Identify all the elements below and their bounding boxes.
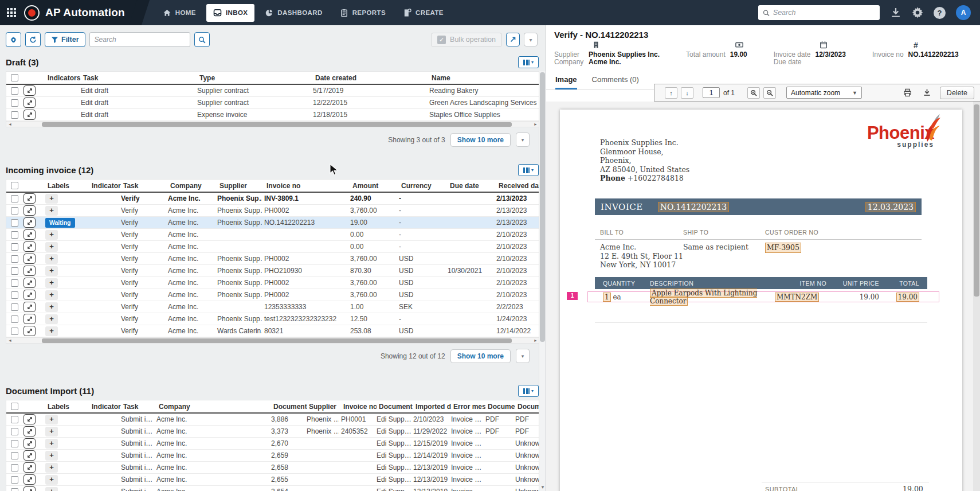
scrollbar-thumb[interactable]	[540, 72, 545, 342]
add-label-button[interactable]: +	[45, 290, 58, 300]
nav-dashboard[interactable]: DASHBOARD	[258, 4, 329, 22]
app-logo[interactable]	[24, 5, 40, 21]
zoom-in-button[interactable]	[747, 87, 760, 99]
table-row[interactable]: +Submit i…Acme Inc.3,886Phoenix …PH0001E…	[6, 414, 539, 426]
table-row[interactable]: WaitingVerifyAcme Inc.Phoenix Supp…NO.14…	[6, 217, 539, 229]
scroll-down-arrow[interactable]: ▼	[539, 485, 546, 490]
show-more-button[interactable]: Show 10 more	[450, 349, 511, 363]
select-all-checkbox[interactable]	[11, 403, 18, 410]
row-checkbox[interactable]	[11, 476, 18, 484]
table-row[interactable]: +Submit i…Acme Inc.2,658Edi Supp…12/13/2…	[6, 462, 539, 474]
scrollbar-thumb[interactable]	[42, 122, 512, 127]
table-row[interactable]: Edit draftSupplier contract12/22/2015Gre…	[6, 97, 539, 109]
delete-button[interactable]: Delete	[940, 87, 974, 99]
select-all-checkbox[interactable]	[11, 74, 18, 81]
add-label-button[interactable]: +	[45, 254, 58, 264]
column-settings-button[interactable]: ▾	[518, 164, 539, 176]
add-label-button[interactable]: +	[45, 439, 58, 449]
add-label-button[interactable]: +	[45, 278, 58, 288]
next-page-button[interactable]: ↓	[681, 87, 693, 99]
add-label-button[interactable]: +	[45, 475, 58, 485]
table-row[interactable]: +Submit i…Acme Inc.2,659Edi Supp…12/14/2…	[6, 450, 539, 462]
row-checkbox[interactable]	[11, 255, 18, 263]
row-checkbox[interactable]	[11, 195, 18, 202]
nav-create[interactable]: CREATE	[396, 4, 450, 22]
row-expand-button[interactable]	[23, 290, 36, 300]
row-checkbox[interactable]	[11, 243, 18, 251]
table-row[interactable]: +VerifyAcme Inc.123533333331.00SEK2/2/20…	[6, 301, 539, 313]
add-label-button[interactable]: +	[45, 415, 58, 424]
add-label-button[interactable]: +	[45, 266, 58, 276]
add-label-button[interactable]: +	[45, 230, 58, 240]
row-checkbox[interactable]	[11, 219, 18, 227]
add-label-button[interactable]: +	[45, 314, 58, 324]
download-icon[interactable]	[890, 7, 901, 18]
add-label-button[interactable]: +	[45, 206, 58, 216]
row-expand-button[interactable]	[23, 438, 36, 449]
add-label-button[interactable]: +	[45, 451, 58, 461]
row-expand-button[interactable]	[23, 205, 36, 216]
scroll-left-arrow[interactable]: ◄	[8, 338, 12, 344]
filter-button[interactable]: Filter	[45, 32, 85, 47]
row-expand-button[interactable]	[23, 426, 36, 437]
nav-inbox[interactable]: INBOX	[206, 4, 254, 22]
table-row[interactable]: +VerifyAcme Inc.Phoenix Supp…test1232323…	[6, 313, 539, 325]
horizontal-scrollbar[interactable]: ◄►	[6, 337, 539, 343]
row-expand-button[interactable]	[23, 229, 36, 240]
show-more-caret-button[interactable]: ▾	[516, 133, 530, 147]
settings-button[interactable]	[6, 32, 21, 47]
add-label-button[interactable]: +	[45, 302, 58, 312]
row-checkbox[interactable]	[11, 416, 18, 423]
nav-reports[interactable]: REPORTS	[333, 4, 393, 22]
row-expand-button[interactable]	[23, 266, 36, 276]
column-settings-button[interactable]: ▾	[518, 56, 539, 68]
help-icon[interactable]: ?	[934, 7, 946, 19]
add-label-button[interactable]: +	[45, 463, 58, 473]
pdf-scrollbar[interactable]	[973, 102, 980, 491]
row-checkbox[interactable]	[11, 111, 18, 119]
table-row[interactable]: +VerifyAcme Inc.Phoenix Supp…PH00023,760…	[6, 277, 539, 289]
global-search-input[interactable]	[773, 9, 875, 17]
row-checkbox[interactable]	[11, 87, 18, 95]
row-expand-button[interactable]	[23, 217, 36, 228]
row-expand-button[interactable]	[23, 450, 36, 461]
select-all-checkbox[interactable]	[11, 182, 18, 189]
horizontal-scrollbar[interactable]: ◄►	[6, 121, 539, 127]
row-expand-button[interactable]	[23, 110, 36, 120]
list-search-input[interactable]	[89, 32, 190, 47]
nav-home[interactable]: HOME	[156, 4, 203, 22]
zoom-level-select[interactable]: Automatic zoom▼	[786, 87, 862, 99]
row-expand-button[interactable]	[23, 254, 36, 264]
print-button[interactable]	[901, 87, 915, 99]
table-row[interactable]: +VerifyAcme Inc.Phoenix Supp…PHO21093087…	[6, 265, 539, 277]
row-expand-button[interactable]	[23, 314, 36, 324]
row-expand-button[interactable]	[23, 486, 36, 491]
row-expand-button[interactable]	[23, 414, 36, 424]
row-checkbox[interactable]	[11, 315, 18, 323]
table-row[interactable]: +Submit i…Acme Inc.2,670Edi Supp…12/15/2…	[6, 438, 539, 450]
download-button[interactable]	[920, 87, 934, 99]
scroll-right-arrow[interactable]: ►	[534, 122, 538, 127]
bulk-operation-checkbox[interactable]: ✓	[437, 36, 446, 44]
refresh-button[interactable]	[25, 32, 41, 47]
row-expand-button[interactable]	[23, 302, 36, 312]
scrollbar-thumb[interactable]	[42, 338, 512, 343]
row-expand-button[interactable]	[23, 98, 36, 108]
add-label-button[interactable]: +	[45, 194, 58, 204]
row-expand-button[interactable]	[23, 241, 36, 252]
row-checkbox[interactable]	[11, 99, 18, 107]
tab-image[interactable]: Image	[555, 75, 577, 89]
table-row[interactable]: +VerifyAcme Inc.Phoenix Sup…INV-3809.124…	[6, 193, 539, 205]
table-row[interactable]: Edit draftExpense invoice12/18/2015Stapl…	[6, 109, 539, 121]
row-checkbox[interactable]	[11, 207, 18, 215]
row-checkbox[interactable]	[11, 231, 18, 239]
row-checkbox[interactable]	[11, 428, 18, 435]
avatar[interactable]: A	[956, 5, 971, 20]
row-expand-button[interactable]	[23, 474, 36, 485]
list-search-button[interactable]	[194, 32, 210, 47]
row-expand-button[interactable]	[23, 462, 36, 473]
row-checkbox[interactable]	[11, 488, 18, 491]
table-row[interactable]: +VerifyAcme Inc.0.00-2/10/2023	[6, 241, 539, 253]
table-row[interactable]: +VerifyAcme Inc.Wards Caterin…80321253.0…	[6, 325, 539, 337]
table-row[interactable]: +VerifyAcme Inc.Phoenix Supp…PH00023,760…	[6, 253, 539, 265]
